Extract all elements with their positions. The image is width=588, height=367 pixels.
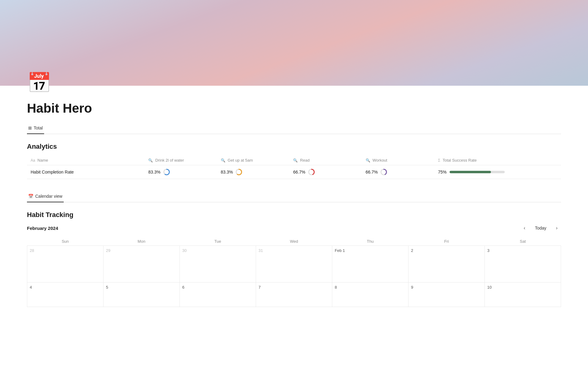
calendar-title: Habit Tracking — [27, 211, 561, 219]
tab-calendar-view[interactable]: 📅 Calendar view — [27, 191, 64, 202]
calendar-day-5[interactable]: 5 — [104, 283, 180, 307]
calendar-month-year: February 2024 — [27, 226, 58, 231]
day-number: 2 — [411, 248, 413, 253]
table-icon: ⊞ — [28, 125, 32, 130]
col-name-label: Name — [37, 158, 48, 163]
total-progress-container: 75% — [438, 170, 557, 174]
read-rate-value: 66.7% — [293, 170, 305, 174]
day-number: 9 — [411, 285, 413, 290]
day-header-fri: Fri — [409, 237, 485, 246]
day-header-mon: Mon — [104, 237, 180, 246]
tab-bar-analytics: ⊞ Total — [27, 123, 561, 134]
day-number: 5 — [106, 285, 108, 290]
calendar-grid: Sun Mon Tue Wed Thu Fri Sat 28 29 — [27, 237, 561, 307]
drink-rate-value: 83.3% — [148, 170, 160, 174]
day-number: 28 — [30, 248, 34, 253]
row-read-cell: 66.7% — [289, 165, 362, 179]
calendar-day-9[interactable]: 9 — [409, 283, 485, 307]
day-header-tue: Tue — [180, 237, 256, 246]
day-number: 7 — [258, 285, 261, 290]
tab-calendar-label: Calendar view — [35, 194, 62, 199]
calendar-day-31[interactable]: 31 — [256, 246, 332, 283]
calendar-day-2[interactable]: 2 — [409, 246, 485, 283]
day-number: 6 — [182, 285, 184, 290]
getup-donut — [235, 168, 243, 176]
sigma-icon: Σ — [438, 158, 440, 163]
drink-rate-cell: 83.3% — [148, 168, 213, 176]
search-icon-getup: 🔍 — [221, 158, 225, 163]
col-total-label: Total Success Rate — [443, 158, 477, 163]
col-header-total: Σ Total Success Rate — [434, 155, 561, 165]
getup-rate-cell: 83.3% — [221, 168, 286, 176]
page-icon: 📅 — [27, 70, 51, 95]
day-number: 30 — [182, 248, 187, 253]
progress-track — [450, 171, 505, 173]
day-number: 4 — [30, 285, 32, 290]
hero-banner: 📅 — [0, 0, 588, 86]
calendar-day-29[interactable]: 29 — [104, 246, 180, 283]
search-icon-read: 🔍 — [293, 158, 298, 163]
col-read-label: Read — [300, 158, 310, 163]
col-header-name: Aa Name — [27, 155, 145, 165]
analytics-title: Analytics — [27, 143, 561, 151]
calendar-next-button[interactable]: › — [552, 224, 561, 232]
tab-total[interactable]: ⊞ Total — [27, 123, 44, 134]
day-header-wed: Wed — [256, 237, 332, 246]
read-rate-cell: 66.7% — [293, 168, 358, 176]
tab-bar-calendar: 📅 Calendar view — [27, 191, 561, 202]
col-drink-label: Drink 2l of water — [155, 158, 184, 163]
search-icon-drink: 🔍 — [148, 158, 153, 163]
calendar-icon: 📅 — [28, 194, 33, 199]
day-header-thu: Thu — [332, 237, 409, 246]
col-header-drink: 🔍 Drink 2l of water — [145, 155, 217, 165]
tab-total-label: Total — [34, 125, 43, 130]
getup-rate-value: 83.3% — [221, 170, 233, 174]
calendar-prev-button[interactable]: ‹ — [520, 224, 529, 232]
read-donut — [308, 168, 315, 176]
calendar-nav: ‹ Today › — [520, 224, 561, 232]
drink-donut — [163, 168, 170, 176]
day-number: Feb 1 — [335, 248, 345, 253]
calendar-day-7[interactable]: 7 — [256, 283, 332, 307]
row-workout-cell: 66.7% — [362, 165, 434, 179]
day-header-sat: Sat — [485, 237, 561, 246]
calendar-day-10[interactable]: 10 — [485, 283, 561, 307]
col-getup-label: Get up at 5am — [228, 158, 253, 163]
calendar-week-2: 4 5 6 7 8 9 — [27, 283, 561, 307]
page-title: Habit Hero — [27, 101, 561, 116]
row-drink-cell: 83.3% — [145, 165, 217, 179]
analytics-table: Aa Name 🔍 Drink 2l of water 🔍 Get up at … — [27, 155, 561, 179]
day-number: 29 — [106, 248, 110, 253]
workout-rate-cell: 66.7% — [366, 168, 431, 176]
calendar-day-3[interactable]: 3 — [485, 246, 561, 283]
calendar-day-6[interactable]: 6 — [180, 283, 256, 307]
analytics-data-row: Habit Completion Rate 83.3% 83.3% — [27, 165, 561, 179]
col-header-getup: 🔍 Get up at 5am — [217, 155, 289, 165]
day-number: 31 — [258, 248, 263, 253]
calendar-day-4[interactable]: 4 — [27, 283, 104, 307]
workout-rate-value: 66.7% — [366, 170, 378, 174]
calendar-header: February 2024 ‹ Today › — [27, 224, 561, 232]
workout-donut — [380, 168, 387, 176]
row-total-cell: 75% — [434, 165, 561, 179]
progress-fill — [450, 171, 491, 173]
day-number: 3 — [487, 248, 489, 253]
calendar-day-feb1[interactable]: Feb 1 — [332, 246, 409, 283]
analytics-header-row: Aa Name 🔍 Drink 2l of water 🔍 Get up at … — [27, 155, 561, 165]
total-rate-value: 75% — [438, 170, 447, 174]
calendar-days-header: Sun Mon Tue Wed Thu Fri Sat — [27, 237, 561, 246]
calendar-day-8[interactable]: 8 — [332, 283, 409, 307]
page-content: Habit Hero ⊞ Total Analytics Aa Name 🔍 D… — [0, 86, 588, 319]
calendar-day-30[interactable]: 30 — [180, 246, 256, 283]
col-workout-label: Workout — [372, 158, 387, 163]
calendar-week-1: 28 29 30 31 Feb 1 2 — [27, 246, 561, 283]
search-icon-workout: 🔍 — [366, 158, 370, 163]
day-number: 8 — [335, 285, 337, 290]
name-icon: Aa — [31, 158, 35, 163]
day-number: 10 — [487, 285, 492, 290]
calendar-day-28[interactable]: 28 — [27, 246, 104, 283]
day-header-sun: Sun — [27, 237, 104, 246]
col-header-workout: 🔍 Workout — [362, 155, 434, 165]
col-header-read: 🔍 Read — [289, 155, 362, 165]
today-label[interactable]: Today — [533, 224, 549, 232]
